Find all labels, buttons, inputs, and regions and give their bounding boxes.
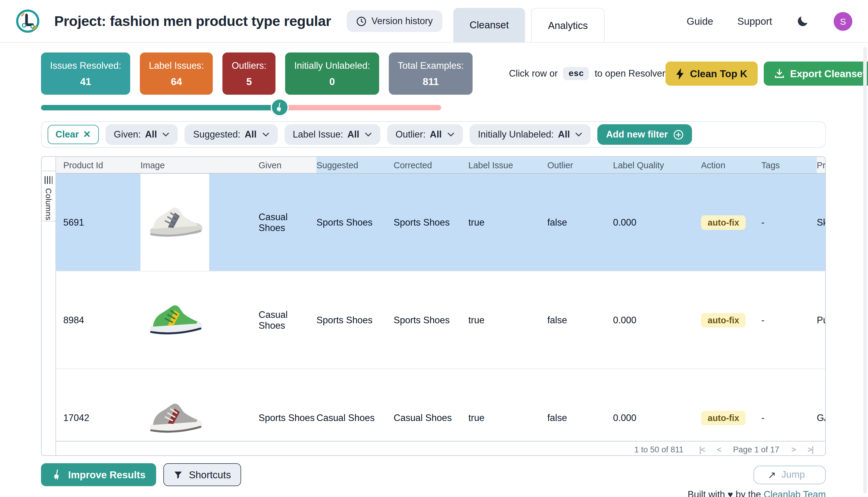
tab-cleanset[interactable]: Cleanset	[453, 8, 525, 42]
avatar[interactable]: S	[834, 12, 852, 30]
product-image	[141, 272, 209, 369]
cell-given: Casual Shoes	[259, 174, 317, 271]
table-row[interactable]: 8984 Casual Shoes	[56, 272, 825, 369]
table-grid: Product Id Image Given Suggested Correct…	[56, 157, 825, 456]
col-header-outlier[interactable]: Outlier	[547, 157, 613, 173]
funnel-icon	[174, 470, 183, 480]
col-header-corrected[interactable]: Corrected	[394, 157, 468, 173]
table-header-row: Product Id Image Given Suggested Correct…	[56, 157, 825, 174]
col-header-suggested[interactable]: Suggested	[317, 157, 394, 173]
cell-corrected: Sports Shoes	[394, 174, 468, 271]
add-new-filter-button[interactable]: Add new filter	[598, 125, 692, 145]
lightning-icon	[675, 68, 685, 79]
autofix-badge[interactable]: auto-fix	[701, 411, 746, 426]
cell-given: Sports Shoes	[259, 369, 317, 441]
filter-initially-unlabeled[interactable]: Initially Unlabeled:All	[470, 125, 591, 145]
hint-pre: Click row or	[509, 68, 558, 79]
close-icon: ✕	[83, 129, 91, 140]
cell-suggested: Casual Shoes	[317, 369, 394, 441]
version-history-label: Version history	[372, 16, 433, 27]
cell-product: Pur	[817, 272, 825, 369]
cleanset-table: Columns Product Id Image Given Suggested…	[41, 157, 826, 456]
chevron-down-icon	[447, 132, 455, 137]
shortcuts-button[interactable]: Shortcuts	[164, 464, 241, 486]
next-page-icon[interactable]: >	[791, 445, 795, 454]
cell-action: auto-fix	[701, 272, 761, 369]
last-page-icon[interactable]: >|	[807, 445, 813, 454]
export-cleanset-button[interactable]: Export Cleanset	[763, 61, 868, 86]
app-root: Project: fashion men product type regula…	[0, 0, 868, 497]
clear-filters-button[interactable]: Clear ✕	[48, 125, 99, 144]
cell-corrected: Sports Shoes	[394, 272, 468, 369]
jump-field[interactable]: ↗	[753, 466, 826, 484]
dark-mode-moon-icon[interactable]	[796, 14, 810, 28]
badge-initially-unlabeled: Initially Unlabeled: 0	[285, 53, 379, 95]
prev-page-icon[interactable]: <	[717, 445, 721, 454]
chevron-down-icon	[575, 132, 583, 137]
autofix-badge[interactable]: auto-fix	[701, 215, 746, 230]
col-header-label-quality[interactable]: Label Quality	[613, 157, 701, 173]
version-history-button[interactable]: Version history	[347, 10, 442, 32]
col-header-product-id[interactable]: Product Id	[63, 157, 141, 173]
header-right: Guide Support S	[687, 12, 868, 30]
cell-product-id: 5691	[63, 174, 141, 271]
filter-outlier[interactable]: Outlier:All	[387, 125, 463, 145]
filter-label-issue[interactable]: Label Issue:All	[284, 125, 380, 145]
cell-label-quality: 0.000	[613, 369, 701, 441]
page-scrollbar[interactable]	[863, 47, 867, 493]
cell-tags: -	[761, 174, 817, 271]
row-range-label: 1 to 50 of 811	[634, 445, 683, 454]
autofix-badge[interactable]: auto-fix	[701, 313, 746, 327]
product-image	[141, 369, 209, 441]
cell-label-quality: 0.000	[613, 272, 701, 369]
columns-panel-toggle[interactable]: Columns	[42, 171, 56, 222]
cleanlab-team-link[interactable]: Cleanlab Team	[764, 489, 826, 497]
table-pagination: 1 to 50 of 811 |< < Page 1 of 17 > >|	[56, 441, 825, 456]
badge-total-examples: Total Examples: 811	[389, 53, 473, 95]
cell-given: Casual Shoes	[259, 272, 317, 369]
cell-product-id: 17042	[63, 369, 141, 441]
first-page-icon[interactable]: |<	[699, 445, 705, 454]
improve-results-button[interactable]: Improve Results	[41, 464, 157, 486]
clock-icon	[356, 16, 367, 26]
guide-link[interactable]: Guide	[687, 15, 713, 27]
col-header-product[interactable]: Pro	[817, 157, 825, 173]
tab-bar: Cleanset Analytics	[453, 8, 605, 42]
sneaker-image	[145, 399, 204, 437]
cell-image	[141, 369, 259, 441]
top-actions: Clean Top K Export Cleanset	[665, 61, 868, 86]
download-icon	[774, 68, 784, 79]
esc-key-badge: esc	[563, 67, 589, 80]
col-header-label-issue[interactable]: Label Issue	[468, 157, 547, 173]
col-header-image[interactable]: Image	[141, 157, 259, 173]
jump-arrow-icon: ↗	[768, 469, 776, 481]
jump-input[interactable]	[781, 470, 811, 480]
cell-label-issue: true	[468, 369, 547, 441]
cell-product: Ske	[817, 174, 825, 271]
col-header-action[interactable]: Action	[701, 157, 761, 173]
cell-suggested: Sports Shoes	[317, 272, 394, 369]
col-header-given[interactable]: Given	[259, 157, 317, 173]
filter-given[interactable]: Given:All	[105, 125, 178, 145]
cleanlab-logo-icon	[16, 9, 40, 33]
cell-product: GAS	[817, 369, 825, 441]
broom-icon	[52, 469, 62, 481]
slider-handle[interactable]	[270, 99, 289, 117]
support-link[interactable]: Support	[737, 15, 772, 27]
col-header-tags[interactable]: Tags	[761, 157, 817, 173]
table-row[interactable]: 17042	[56, 369, 825, 441]
tab-analytics[interactable]: Analytics	[531, 8, 605, 42]
table-row[interactable]: 5691 Casual Shoes	[56, 174, 825, 272]
bottom-bar: Improve Results Shortcuts ↗	[41, 464, 826, 486]
cell-image	[141, 174, 259, 271]
clean-top-k-button[interactable]: Clean Top K	[665, 61, 757, 86]
filter-suggested[interactable]: Suggested:All	[185, 125, 278, 145]
resolver-hint: Click row or esc to open Resolver	[509, 67, 665, 80]
grip-icon	[45, 176, 53, 184]
cell-corrected: Casual Shoes	[394, 369, 468, 441]
cell-outlier: false	[547, 272, 613, 369]
broom-icon	[275, 102, 284, 113]
sneaker-image	[145, 301, 204, 339]
chevron-down-icon	[365, 132, 372, 137]
cell-label-issue: true	[468, 272, 547, 369]
